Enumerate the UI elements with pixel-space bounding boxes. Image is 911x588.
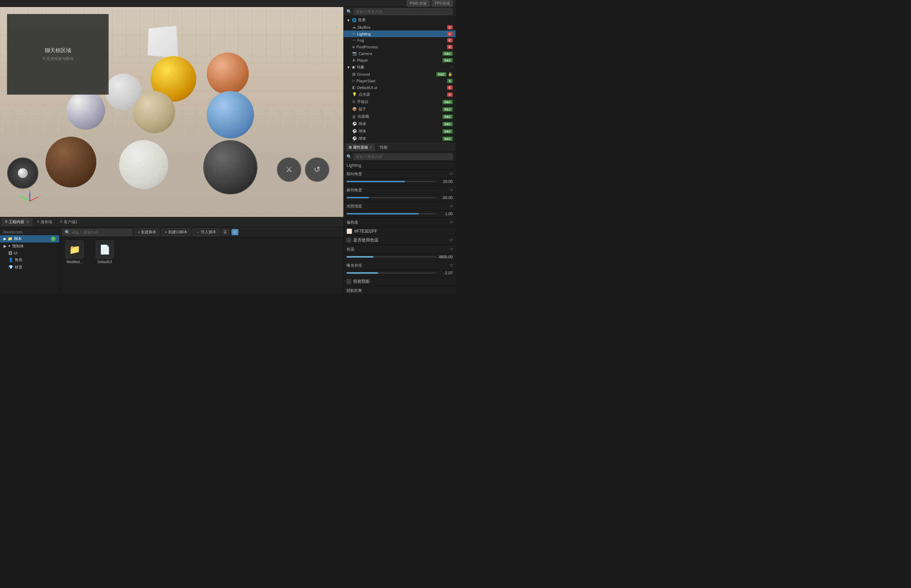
- action-sword-icon[interactable]: ⚔: [277, 157, 301, 182]
- grid-view-button[interactable]: ⊞: [231, 229, 239, 236]
- check-badge: ✓: [51, 236, 56, 241]
- scene-search-input[interactable]: [353, 8, 453, 15]
- use-color-temp-checkbox[interactable]: ✓: [347, 238, 351, 242]
- scene-item-ground[interactable]: ▦ Ground S&C 🔒: [344, 71, 456, 78]
- properties-search-input[interactable]: [353, 153, 453, 160]
- direction-angle-label: 朝向角度: [347, 171, 368, 177]
- scene-item-player[interactable]: ♟ Player S&C: [344, 57, 456, 63]
- tree-item-ui[interactable]: 🖼 UI: [0, 250, 59, 256]
- light-intensity-label: 光照强度: [347, 204, 368, 209]
- scene-item-postprocess[interactable]: ◈ PostProcess C: [344, 44, 456, 50]
- scene-item-fog[interactable]: 〰 Fog C: [344, 37, 456, 44]
- new-ui-script-button[interactable]: + 新建UI脚本: [162, 228, 190, 236]
- direction-angle-slider[interactable]: 20.00: [347, 179, 453, 184]
- lighting-icon: ☀: [352, 32, 355, 36]
- file-search-input[interactable]: [71, 230, 130, 234]
- axes-indicator: X Y Z: [19, 191, 40, 212]
- properties-panel: ⊞ 属性面板 ✕ 性能 🔍 Lighting 朝向角度 ↺: [344, 143, 456, 294]
- file-item-modified[interactable]: 📁 Modified...: [62, 241, 87, 264]
- role-icon: 👤: [8, 258, 13, 262]
- scene-item-lighting[interactable]: ☀ Lighting C: [344, 31, 456, 37]
- pointlight-badge: C: [447, 92, 453, 97]
- tab-properties[interactable]: ⊞ 属性面板 ✕: [346, 144, 375, 151]
- use-color-temp-reset[interactable]: ↺: [449, 238, 453, 242]
- svg-text:Y: Y: [19, 194, 22, 197]
- exposure-slider[interactable]: -2.07: [347, 271, 453, 275]
- world-globe-icon: 🌐: [352, 18, 357, 23]
- scene-item-playerstart[interactable]: ▷ PlayerStart S: [344, 78, 456, 84]
- scene-item-sphere1[interactable]: ⚽ 球体 S&C: [344, 120, 456, 128]
- new-script-button[interactable]: + 新建脚本: [134, 228, 160, 236]
- tree-item-role[interactable]: 👤 角色: [0, 256, 59, 263]
- prop-row-color-bias: 偏色值 ↺: [344, 218, 456, 227]
- pitch-angle-reset[interactable]: ↺: [449, 188, 453, 192]
- file-search[interactable]: 🔍: [62, 229, 132, 236]
- scene-tree: ▼ 🌐 世界 ☁ SkyBox C ☀ Lighting C: [344, 16, 456, 142]
- direction-angle-track: [347, 181, 436, 182]
- 3d-viewport[interactable]: ⚔ ↺ 聊天框区域 不支持缩放与移动 X Y Z: [0, 7, 343, 217]
- saw-badge: S&C: [443, 100, 453, 104]
- color-bias-color-row[interactable]: #F7E3D2FF: [344, 227, 456, 236]
- import-script-button[interactable]: → 导入脚本: [193, 228, 219, 236]
- scene-group-objects-header[interactable]: ▼ ◉ 对象 ›: [344, 63, 456, 71]
- svg-text:X: X: [39, 194, 40, 197]
- scene-item-point-light[interactable]: 💡 点光源 C: [344, 91, 456, 98]
- direction-angle-fill: [347, 181, 405, 182]
- skybox-icon: ☁: [352, 25, 356, 29]
- scene-item-box[interactable]: 📦 箱子 S&C: [344, 105, 456, 113]
- file-item-defaultui[interactable]: 📄 DefaultUI: [92, 241, 117, 264]
- scene-item-camera[interactable]: 📷 Camera S&C: [344, 50, 456, 57]
- tab-performance[interactable]: 性能: [377, 144, 390, 151]
- defaultui-badge: C: [447, 86, 453, 90]
- tree-item-prefab[interactable]: ▶ ✦ 预制体: [0, 242, 59, 250]
- scene-search-icon: 🔍: [347, 9, 352, 14]
- mechanical-sphere: [203, 140, 258, 194]
- prop-search-icon: 🔍: [347, 154, 352, 159]
- use-color-temp-label: 是否使用色温: [353, 237, 378, 243]
- light-intensity-fill: [347, 213, 419, 215]
- tab-server[interactable]: ⠿ 服务端: [33, 218, 56, 226]
- control-circle[interactable]: [7, 157, 39, 189]
- pitch-angle-label: 俯仰角度: [347, 187, 368, 193]
- tab-close-project[interactable]: ✕: [26, 220, 29, 224]
- scene-item-sphere3[interactable]: ⚽ 球体 S&C: [344, 135, 456, 142]
- color-value-label: #F7E3D2FF: [354, 229, 377, 234]
- tab-close-properties[interactable]: ✕: [369, 146, 372, 149]
- color-temp-reset[interactable]: ↺: [449, 247, 453, 252]
- tab-project[interactable]: ⠿ 工程内容 ✕: [2, 218, 32, 226]
- prop-row-shadow-distance: 阴影距离: [344, 286, 456, 294]
- action-refresh-icon[interactable]: ↺: [305, 157, 330, 182]
- sphere3-badge: S&C: [443, 137, 453, 141]
- exposure-reset[interactable]: ↺: [449, 263, 453, 268]
- postprocess-icon: ◈: [352, 45, 355, 49]
- tab-client[interactable]: ⠿ 客户端1: [57, 218, 81, 226]
- view-options-button[interactable]: ☰: [221, 229, 229, 236]
- saw-icon: ⚙: [352, 100, 355, 104]
- camera-icon: 📷: [352, 51, 357, 56]
- cast-shadow-checkbox[interactable]: ✓: [347, 279, 351, 284]
- scene-item-trash[interactable]: 🗑 垃圾桶 S&C: [344, 113, 456, 120]
- postprocess-badge: C: [447, 45, 453, 49]
- color-temp-slider[interactable]: 4800.00: [347, 255, 453, 259]
- scene-item-skybox[interactable]: ☁ SkyBox C: [344, 24, 456, 31]
- light-intensity-slider[interactable]: 1.00: [347, 212, 453, 216]
- color-bias-reset[interactable]: ↺: [449, 220, 453, 225]
- scene-group-world-header[interactable]: ▼ 🌐 世界: [344, 16, 456, 24]
- scene-search: 🔍: [344, 7, 456, 16]
- tree-item-material[interactable]: 💎 材质: [0, 263, 59, 271]
- light-intensity-reset[interactable]: ↺: [449, 204, 453, 208]
- direction-angle-reset[interactable]: ↺: [449, 172, 453, 176]
- pitch-angle-slider[interactable]: -50.00: [347, 195, 453, 200]
- white-cube: [147, 25, 178, 58]
- viewport-area: ⚔ ↺ 聊天框区域 不支持缩放与移动 X Y Z: [0, 7, 343, 294]
- tree-item-scripts[interactable]: ▶ 📁 脚本 ✓: [0, 235, 59, 242]
- light-intensity-slider-row: 1.00: [344, 211, 456, 218]
- color-temp-track: [347, 256, 436, 258]
- pitch-angle-track: [347, 197, 436, 198]
- color-swatch[interactable]: [347, 228, 352, 234]
- scene-item-sphere2[interactable]: ⚽ 球体 S&C: [344, 128, 456, 135]
- scene-item-saw[interactable]: ⚙ 手锯台 S&C: [344, 98, 456, 105]
- grid-icon: ⠿: [5, 220, 7, 224]
- scene-item-defaultui[interactable]: ◧ DefaultUI.ui C: [344, 84, 456, 91]
- sphere2-icon: ⚽: [352, 129, 357, 134]
